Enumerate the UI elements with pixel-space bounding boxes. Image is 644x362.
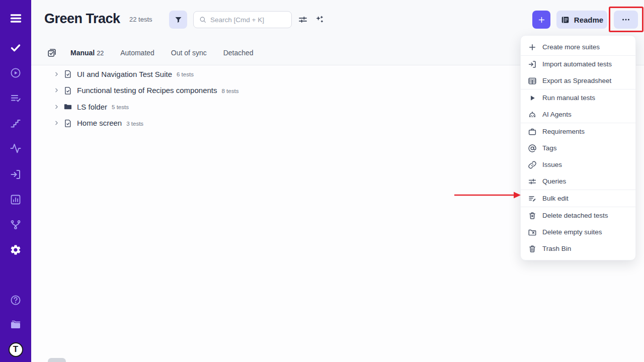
suite-name[interactable]: Functional testing of Recipes components <box>77 86 217 95</box>
suite-list: UI and Navigation Test Suite6 testsFunct… <box>31 66 484 131</box>
menu-item-label: Bulk edit <box>542 195 569 202</box>
menu-item-delete-empty-suites[interactable]: Delete empty suites <box>521 224 635 240</box>
expand-chevron-icon[interactable] <box>53 71 60 77</box>
tab-label: Manual <box>70 49 95 57</box>
activity-icon <box>10 142 22 154</box>
menu-item-label: Run manual tests <box>542 94 595 102</box>
sliders-icon <box>298 15 308 25</box>
menu-item-label: Create more suites <box>542 43 600 51</box>
sliders-icon <box>528 177 537 186</box>
scroll-indicator <box>48 358 66 362</box>
menu-item-import-automated-tests[interactable]: Import automated tests <box>521 56 635 72</box>
sidebar-item-test-plans[interactable] <box>0 91 31 105</box>
sidebar-item-tests[interactable] <box>0 41 31 55</box>
expand-chevron-icon[interactable] <box>53 104 60 110</box>
sidebar-item-settings[interactable] <box>0 243 31 257</box>
readme-label: Readme <box>574 16 603 24</box>
menu-item-create-more-suites[interactable]: Create more suites <box>521 39 635 55</box>
tab-manual[interactable]: Manual22 <box>70 49 104 57</box>
suite-row[interactable]: UI and Navigation Test Suite6 tests <box>31 66 484 82</box>
sidebar-item-branches[interactable] <box>0 218 31 232</box>
select-all-button[interactable] <box>47 48 57 58</box>
tab-automated[interactable]: Automated <box>120 49 154 57</box>
sidebar-item-help[interactable] <box>0 293 31 307</box>
filter-icon <box>174 15 183 25</box>
play-circle-icon <box>10 67 22 79</box>
menu-item-run-manual-tests[interactable]: Run manual tests <box>521 89 635 106</box>
expand-chevron-icon[interactable] <box>53 120 60 126</box>
view-settings-button[interactable] <box>298 15 308 25</box>
menu-item-ai-agents[interactable]: AI Agents <box>521 106 635 123</box>
tab-detached[interactable]: Detached <box>223 49 254 57</box>
more-actions-button[interactable] <box>614 11 638 29</box>
suite-name[interactable]: Home screen <box>77 119 122 127</box>
suite-row[interactable]: Functional testing of Recipes components… <box>31 82 484 99</box>
menu-item-requirements[interactable]: Requirements <box>521 123 635 140</box>
play-icon <box>528 94 537 103</box>
tests-count: 22 tests <box>129 16 152 23</box>
menu-item-queries[interactable]: Queries <box>521 173 635 190</box>
expand-chevron-icon[interactable] <box>53 87 60 94</box>
filter-button[interactable] <box>169 11 187 29</box>
folder-fill-icon <box>10 318 22 330</box>
dots-icon <box>621 15 631 25</box>
tab-out-of-sync[interactable]: Out of sync <box>171 49 207 57</box>
menu-item-label: Requirements <box>542 128 585 135</box>
trash-icon <box>528 244 537 253</box>
suite-test-count: 5 tests <box>112 103 129 110</box>
tab-bar: Manual22AutomatedOut of syncDetached <box>31 45 270 60</box>
briefcase-icon <box>528 127 537 136</box>
menu-item-issues[interactable]: Issues <box>521 156 635 173</box>
menu-item-label: Import automated tests <box>542 60 612 68</box>
tab-label: Detached <box>223 49 254 57</box>
select-all-icon <box>47 48 57 58</box>
suite-name[interactable]: UI and Navigation Test Suite <box>77 70 172 78</box>
tab-label: Automated <box>120 49 154 57</box>
sidebar-item-runs[interactable] <box>0 66 31 80</box>
readme-icon <box>560 15 570 25</box>
import-icon <box>10 168 22 180</box>
suite-row[interactable]: Home screen3 tests <box>31 115 484 132</box>
search-icon <box>199 16 207 24</box>
menu-item-bulk-edit[interactable]: Bulk edit <box>521 190 635 207</box>
menu-item-label: Delete empty suites <box>542 228 602 236</box>
suite-name[interactable]: LS folder <box>77 103 107 111</box>
sidebar-item-projects[interactable] <box>0 317 31 331</box>
list-check-icon <box>10 92 22 104</box>
menu-item-label: Queries <box>542 177 566 185</box>
tab-label: Out of sync <box>171 49 207 57</box>
app-window: T Green Track 22 tests Readme <box>0 0 644 362</box>
chart-square-icon <box>10 194 22 206</box>
file-check-icon <box>63 69 72 78</box>
check-icon <box>10 42 22 54</box>
help-icon <box>10 294 22 306</box>
robot-icon <box>528 110 537 119</box>
sidebar-item-steps[interactable] <box>0 116 31 130</box>
create-button[interactable] <box>532 11 550 29</box>
trash-x-icon <box>528 211 537 220</box>
file-check-icon <box>63 86 72 95</box>
menu-item-export-as-spreadsheet[interactable]: Export as Spreadsheet <box>521 72 635 89</box>
menu-item-trash-bin[interactable]: Trash Bin <box>521 240 635 257</box>
readme-button[interactable]: Readme <box>556 11 607 29</box>
plus-icon <box>528 43 537 52</box>
sidebar-item-import[interactable] <box>0 167 31 182</box>
sidebar: T <box>0 0 31 362</box>
sidebar-item-analytics[interactable] <box>0 193 31 207</box>
sidebar-item-logo[interactable]: T <box>0 342 31 356</box>
ai-sparkles-button[interactable] <box>314 15 325 25</box>
suite-test-count: 6 tests <box>177 70 194 77</box>
hamburger-icon <box>9 12 23 25</box>
menu-item-delete-detached-tests[interactable]: Delete detached tests <box>521 207 635 224</box>
suite-row[interactable]: LS folder5 tests <box>31 99 484 115</box>
menu-item-tags[interactable]: Tags <box>521 140 635 156</box>
sidebar-item-menu-toggle[interactable] <box>0 11 31 25</box>
search-input[interactable] <box>210 16 281 24</box>
file-check-icon <box>63 119 72 128</box>
suite-test-count: 3 tests <box>126 120 143 127</box>
more-actions-menu: Create more suitesImport automated tests… <box>520 35 636 260</box>
sidebar-item-pulse[interactable] <box>0 141 31 155</box>
sparkles-icon <box>314 15 325 25</box>
search-box[interactable] <box>193 11 292 28</box>
branch-icon <box>10 219 22 231</box>
